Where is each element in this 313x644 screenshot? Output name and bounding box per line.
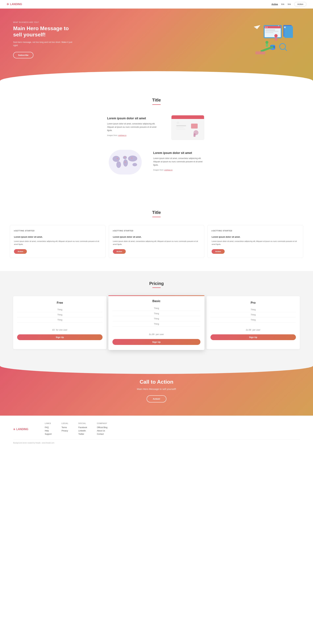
card-1-action-button[interactable]: Action xyxy=(14,249,27,254)
card-2-eyebrow: ▸GETTING STARTED xyxy=(113,229,200,232)
hero-image: ★ ✦ xyxy=(247,18,300,61)
pricing-pro-price: £x.99 per user xyxy=(210,326,296,332)
pricing-free-price: £0 for one user xyxy=(17,326,103,332)
pricing-free-feature-1: Thing xyxy=(17,307,103,312)
feature-2-credit: Images from: undraw.co xyxy=(153,168,206,172)
pricing-basic-price: £x.99 per user xyxy=(113,331,201,336)
footer-company-heading: COMPANY xyxy=(97,422,108,424)
footer-credit: Background vector created by freepik - w… xyxy=(13,440,300,444)
footer-top: ✈ LANDING LINKS FAQ Help Support LEGAL T… xyxy=(13,422,300,436)
card-1-description: Lorem ipsum dolor sit amet, consectetur … xyxy=(14,240,101,246)
feature-text-1: Lorem ipsum dolor sit amet Lorem ipsum d… xyxy=(107,117,160,138)
pricing-grid: Free Thing Thing Thing £0 for one user S… xyxy=(13,296,300,349)
pricing-basic-price-note: per user xyxy=(156,333,164,336)
footer-link-twitter[interactable]: Twitter xyxy=(78,433,87,435)
navbar-link-active[interactable]: Active xyxy=(272,3,278,6)
features-section: Title Lorem ipsum dolor sit amet Lorem i… xyxy=(0,81,313,194)
pricing-pro-signup-button[interactable]: Sign Up xyxy=(210,334,296,340)
card-3-action-button[interactable]: Action xyxy=(212,249,224,254)
footer-link-facebook[interactable]: Facebook xyxy=(78,426,87,428)
navbar-action-button[interactable]: Action xyxy=(294,2,307,6)
svg-rect-33 xyxy=(193,134,195,137)
svg-point-41 xyxy=(124,157,125,158)
navbar-brand[interactable]: ✈ LANDING xyxy=(6,2,22,6)
card-2-action-button[interactable]: Action xyxy=(113,249,126,254)
footer-link-support[interactable]: Support xyxy=(45,433,52,435)
svg-point-38 xyxy=(128,156,137,162)
feature-1-title: Lorem ipsum dolor sit amet xyxy=(107,117,160,120)
footer-link-privacy[interactable]: Privacy xyxy=(62,430,68,432)
svg-point-42 xyxy=(131,158,132,158)
footer-col-links: LINKS FAQ Help Support xyxy=(45,422,52,436)
card-2-title: Lorem ipsum dolor sit amet. xyxy=(113,236,200,238)
footer-plane-icon: ✈ xyxy=(13,428,15,431)
svg-point-15 xyxy=(265,41,268,44)
footer-social-heading: SOCIAL xyxy=(78,422,87,424)
svg-rect-8 xyxy=(265,31,279,32)
pricing-basic-feature-2: Thing xyxy=(113,311,201,316)
card-2: ▸GETTING STARTED Lorem ipsum dolor sit a… xyxy=(109,225,204,258)
pricing-basic-feature-1: Thing xyxy=(113,306,201,311)
pricing-free-feature-3: Thing xyxy=(17,318,103,322)
navbar-link-1[interactable]: link xyxy=(281,3,285,6)
svg-point-35 xyxy=(116,161,121,168)
features-title: Title xyxy=(13,84,300,106)
feature-2-description: Lorem ipsum dolor sit amet, consectetur … xyxy=(153,157,206,167)
footer-link-about[interactable]: About Us xyxy=(97,430,108,432)
footer-col-company: COMPANY Official Blog About Us Contact xyxy=(97,422,108,436)
card-2-description: Lorem ipsum dolor sit amet, consectetur … xyxy=(113,240,200,246)
svg-point-5 xyxy=(265,27,266,28)
pricing-card-basic: Basic Thing Thing Thing Thing £x.99 per … xyxy=(108,295,205,350)
pricing-pro-feature-1: Thing xyxy=(210,307,296,312)
svg-point-27 xyxy=(176,122,179,124)
card-3-description: Lorem ipsum dolor sit amet, consectetur … xyxy=(212,240,299,246)
cards-section: Title ▸GETTING STARTED Lorem ipsum dolor… xyxy=(0,194,313,268)
footer-link-contact[interactable]: Contact xyxy=(97,433,108,435)
pricing-free-feature-2: Thing xyxy=(17,312,103,318)
svg-rect-7 xyxy=(265,30,275,30)
undraw-link-2[interactable]: undraw.co xyxy=(164,169,172,171)
cta-section: Call to Action Main Hero Message to sell… xyxy=(0,366,313,416)
navbar-link-2[interactable]: link xyxy=(288,3,291,6)
pricing-section: Pricing Free Thing Thing Thing £0 for on… xyxy=(0,271,313,362)
pricing-pro-price-note: per user xyxy=(252,328,260,331)
pricing-basic-name: Basic xyxy=(113,300,201,303)
footer-col-legal: LEGAL Terms Privacy xyxy=(62,422,68,436)
footer-link-help[interactable]: Help xyxy=(45,430,52,432)
svg-rect-24 xyxy=(255,52,265,54)
navbar-links: Active link link Action xyxy=(272,2,307,6)
svg-line-21 xyxy=(285,48,287,50)
svg-point-13 xyxy=(274,34,278,38)
footer-legal-heading: LEGAL xyxy=(62,422,68,424)
pricing-basic-feature-3: Thing xyxy=(113,316,201,322)
footer: ✈ LANDING LINKS FAQ Help Support LEGAL T… xyxy=(0,416,313,450)
svg-rect-9 xyxy=(265,32,274,33)
pricing-basic-signup-button[interactable]: Sign Up xyxy=(113,339,201,345)
footer-links-heading: LINKS xyxy=(45,422,52,424)
footer-brand-label: LANDING xyxy=(16,428,28,431)
card-3: ▸GETTING STARTED Lorem ipsum dolor sit a… xyxy=(207,225,303,258)
cards-grid: ▸GETTING STARTED Lorem ipsum dolor sit a… xyxy=(10,225,303,258)
brand-label: LANDING xyxy=(10,3,22,6)
svg-text:✦: ✦ xyxy=(278,24,280,27)
plane-icon: ✈ xyxy=(6,2,9,6)
hero-section: WHAT BUSINESS ARE YOU? Main Hero Message… xyxy=(0,8,313,81)
feature-row-2: Lorem ipsum dolor sit amet Lorem ipsum d… xyxy=(13,149,300,175)
feature-image-1 xyxy=(170,114,206,141)
footer-link-terms[interactable]: Terms xyxy=(62,426,68,428)
undraw-link-1[interactable]: undraw.co xyxy=(118,134,126,136)
footer-link-linkedin[interactable]: LinkedIn xyxy=(78,430,87,432)
feature-2-title: Lorem ipsum dolor sit amet xyxy=(153,151,206,155)
cta-action-button[interactable]: Action! xyxy=(147,395,166,402)
pricing-free-price-note: for one user xyxy=(56,328,67,331)
svg-point-37 xyxy=(123,159,128,166)
hero-subscribe-button[interactable]: Subscribe xyxy=(13,52,33,58)
svg-rect-28 xyxy=(176,125,186,126)
feature-row-1: Lorem ipsum dolor sit amet Lorem ipsum d… xyxy=(13,114,300,141)
pricing-title: Pricing xyxy=(13,281,300,288)
feature-text-2: Lorem ipsum dolor sit amet Lorem ipsum d… xyxy=(153,151,206,173)
footer-link-faq[interactable]: FAQ xyxy=(45,426,52,428)
svg-point-6 xyxy=(267,27,268,28)
footer-link-blog[interactable]: Official Blog xyxy=(97,426,108,428)
pricing-free-signup-button[interactable]: Sign Up xyxy=(17,334,103,340)
